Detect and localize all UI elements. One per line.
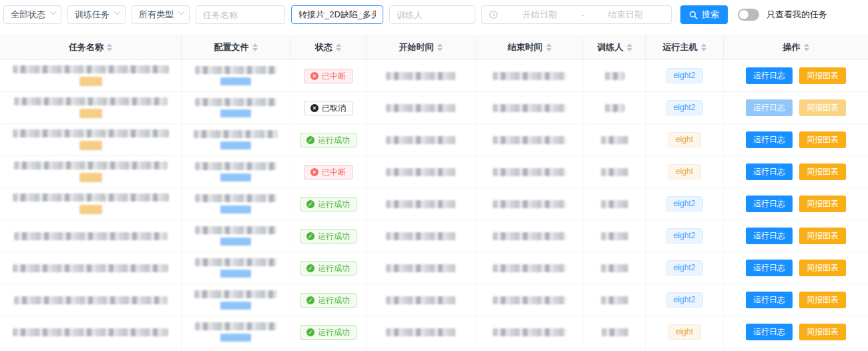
sort-icon[interactable] [804,43,809,51]
run-log-button[interactable]: 运行日志 [746,292,793,308]
status-badge: ✓ 运行成功 [300,133,357,147]
report-chart-button[interactable]: 简报图表 [799,131,846,148]
sort-icon[interactable] [336,43,341,51]
sort-icon[interactable] [546,43,552,51]
clock-icon [489,10,498,19]
column-header-status[interactable]: 状态 [290,35,367,59]
column-header-host[interactable]: 运行主机 [646,35,724,59]
status-icon: × [310,168,318,176]
start-time-cell [367,124,475,155]
redacted-config-link[interactable] [220,141,251,149]
redacted-config-link[interactable] [220,206,251,214]
trainer-cell [584,284,646,316]
column-header-actions[interactable]: 操作 [724,35,868,59]
sort-icon[interactable] [701,43,706,51]
run-log-button[interactable]: 运行日志 [746,67,793,84]
column-header-trainer[interactable]: 训练人 [584,35,646,59]
redacted-trainer [601,264,629,272]
report-chart-button[interactable]: 简报图表 [799,196,846,212]
host-badge: eight [668,164,701,180]
status-filter-select[interactable]: 全部状态 [3,5,61,24]
table-row: ✓ 运行成功 eight2 运行日志 简报图表 [0,284,868,316]
trainer-cell [584,252,646,284]
report-chart-button[interactable]: 简报图表 [799,292,846,308]
run-log-button[interactable]: 运行日志 [746,324,793,340]
redacted-end-time [493,328,566,336]
run-log-button[interactable]: 运行日志 [746,260,793,276]
redacted-config-name [195,98,276,106]
trainer-input[interactable] [389,5,475,24]
run-log-button[interactable]: 运行日志 [746,163,793,180]
run-log-button[interactable]: 运行日志 [746,99,793,116]
redacted-start-time [386,168,455,176]
host-cell: eight2 [646,188,724,220]
report-chart-button[interactable]: 简报图表 [799,260,846,276]
status-cell: ✓ 运行成功 [290,316,367,348]
redacted-end-time [493,136,566,144]
run-log-button[interactable]: 运行日志 [746,196,793,212]
trainer-cell [584,188,646,220]
column-header-label: 结束时间 [508,41,543,53]
column-header-name[interactable]: 任务名称 [0,35,182,59]
run-log-button[interactable]: 运行日志 [746,131,793,148]
status-icon: ✓ [306,296,314,304]
search-button[interactable]: 搜索 [680,5,728,24]
task-name-input[interactable] [196,5,285,24]
actions-cell: 运行日志 简报图表 [724,284,868,316]
my-tasks-toggle[interactable] [738,9,759,21]
table-row: ✓ 运行成功 eight2 运行日志 简报图表 [0,188,868,220]
table-row: × 已中断 eight2 运行日志 简报图表 [0,60,868,92]
sort-icon[interactable] [627,43,632,51]
model-search-input[interactable] [291,5,383,24]
sort-icon[interactable] [107,43,112,51]
task-type-filter-select[interactable]: 训练任务 [67,5,126,24]
status-label: 运行成功 [318,296,350,305]
sort-icon[interactable] [437,43,443,51]
redacted-config-link[interactable] [220,77,251,85]
redacted-task-name [13,194,169,202]
end-time-cell [475,60,584,91]
redacted-start-time [386,136,455,144]
report-chart-button[interactable]: 简报图表 [799,324,846,340]
column-header-start[interactable]: 开始时间 [367,35,475,59]
category-filter-select[interactable]: 所有类型 [132,5,190,24]
trainer-cell [584,124,646,155]
actions-cell: 运行日志 简报图表 [724,252,868,284]
redacted-config-link[interactable] [220,238,251,246]
report-chart-button[interactable]: 简报图表 [799,99,846,116]
redacted-config-link[interactable] [220,334,251,342]
redacted-task-tag [79,77,102,86]
redacted-end-time [493,264,566,272]
trainer-cell [584,60,646,91]
host-badge: eight [668,324,701,340]
start-time-cell [367,156,475,188]
redacted-task-name [13,264,168,272]
task-type-filter-value: 训练任务 [75,9,110,21]
status-label: 运行成功 [318,264,350,273]
date-range-picker[interactable]: 开始日期 - 结束日期 [481,5,672,24]
redacted-config-link[interactable] [220,302,251,310]
config-file-cell [182,156,290,188]
report-chart-button[interactable]: 简报图表 [799,228,846,244]
task-name-cell [0,156,182,188]
start-time-cell [367,284,475,316]
report-chart-button[interactable]: 简报图表 [799,163,846,180]
redacted-config-link[interactable] [220,109,251,117]
report-chart-button[interactable]: 简报图表 [799,67,846,84]
column-header-end[interactable]: 结束时间 [475,35,584,59]
task-name-cell [0,92,182,123]
redacted-config-link[interactable] [220,270,251,278]
redacted-trainer [601,200,629,208]
redacted-task-tag [79,141,102,150]
column-header-label: 状态 [315,41,333,53]
column-header-config[interactable]: 配置文件 [182,35,290,59]
status-label: 已中断 [322,167,346,177]
run-log-button[interactable]: 运行日志 [746,228,793,244]
sort-icon[interactable] [252,43,258,51]
status-icon: ✓ [306,136,314,144]
redacted-task-name [13,65,169,73]
redacted-config-link[interactable] [220,173,251,182]
redacted-trainer [601,136,629,144]
redacted-start-time [386,104,455,112]
status-cell: ✓ 运行成功 [290,124,367,155]
